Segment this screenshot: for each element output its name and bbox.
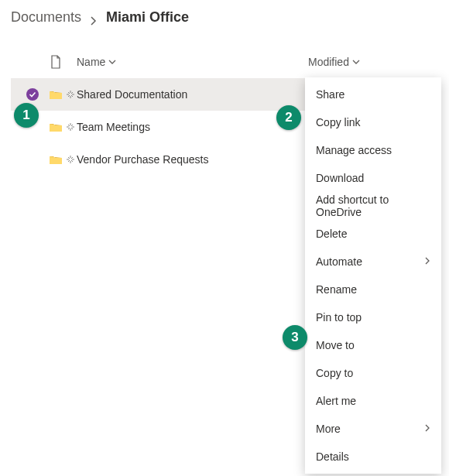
menu-item-label: Copy link xyxy=(316,116,361,128)
menu-item[interactable]: Move to xyxy=(305,331,441,359)
menu-item[interactable]: Download xyxy=(305,164,441,192)
menu-item-label: Move to xyxy=(316,339,355,351)
breadcrumb-root[interactable]: Documents xyxy=(11,9,81,26)
menu-item-label: Automate xyxy=(316,255,362,268)
menu-item[interactable]: Copy to xyxy=(305,359,441,387)
menu-item[interactable]: Rename xyxy=(305,276,441,303)
column-header-name-label: Name xyxy=(77,56,105,68)
menu-item-label: More xyxy=(316,423,341,435)
callout-badge-2: 2 xyxy=(276,105,301,130)
context-menu: ShareCopy linkManage accessDownloadAdd s… xyxy=(305,77,441,474)
chevron-down-icon xyxy=(352,58,360,67)
menu-item[interactable]: Pin to top xyxy=(305,303,441,331)
menu-item-label: Alert me xyxy=(316,395,356,407)
menu-item[interactable]: Copy link xyxy=(305,108,441,136)
menu-item-label: Manage access xyxy=(316,144,392,156)
menu-item-label: Add shortcut to OneDrive xyxy=(316,193,430,218)
folder-icon xyxy=(46,122,66,132)
document-type-icon xyxy=(46,55,66,69)
menu-item-label: Download xyxy=(316,172,364,184)
chevron-down-icon xyxy=(108,58,116,67)
folder-icon xyxy=(46,154,66,165)
menu-item[interactable]: Delete xyxy=(305,220,441,248)
menu-item[interactable]: Automate xyxy=(305,248,441,276)
menu-item-label: Copy to xyxy=(316,367,353,379)
share-link-icon xyxy=(66,153,75,166)
row-select-cell[interactable] xyxy=(19,88,46,101)
menu-item[interactable]: Add shortcut to OneDrive xyxy=(305,192,441,220)
menu-item[interactable]: Details xyxy=(305,443,441,471)
share-link-icon xyxy=(66,88,75,101)
menu-item[interactable]: Share xyxy=(305,80,441,108)
menu-item-label: Details xyxy=(316,450,349,463)
chevron-right-icon xyxy=(424,257,430,266)
callout-badge-3: 3 xyxy=(283,325,307,350)
column-header-name[interactable]: Name xyxy=(66,56,308,68)
menu-item[interactable]: More xyxy=(305,415,441,443)
menu-item-label: Delete xyxy=(316,228,347,240)
chevron-right-icon xyxy=(424,424,430,433)
column-headers: Name Modified xyxy=(11,46,438,78)
menu-item[interactable]: Manage access xyxy=(305,136,441,164)
menu-item-label: Rename xyxy=(316,283,357,296)
column-header-modified-label: Modified xyxy=(308,56,349,68)
check-circle-icon xyxy=(26,88,39,101)
chevron-right-icon xyxy=(89,13,98,22)
menu-item-label: Share xyxy=(316,88,344,101)
menu-item[interactable]: Alert me xyxy=(305,387,441,415)
menu-item-label: Pin to top xyxy=(316,311,362,324)
breadcrumb: Documents Miami Office xyxy=(11,9,438,26)
callout-badge-1: 1 xyxy=(14,103,39,128)
breadcrumb-current[interactable]: Miami Office xyxy=(106,9,189,26)
folder-icon xyxy=(46,89,66,100)
column-header-modified[interactable]: Modified xyxy=(308,56,438,68)
share-link-icon xyxy=(66,121,75,133)
